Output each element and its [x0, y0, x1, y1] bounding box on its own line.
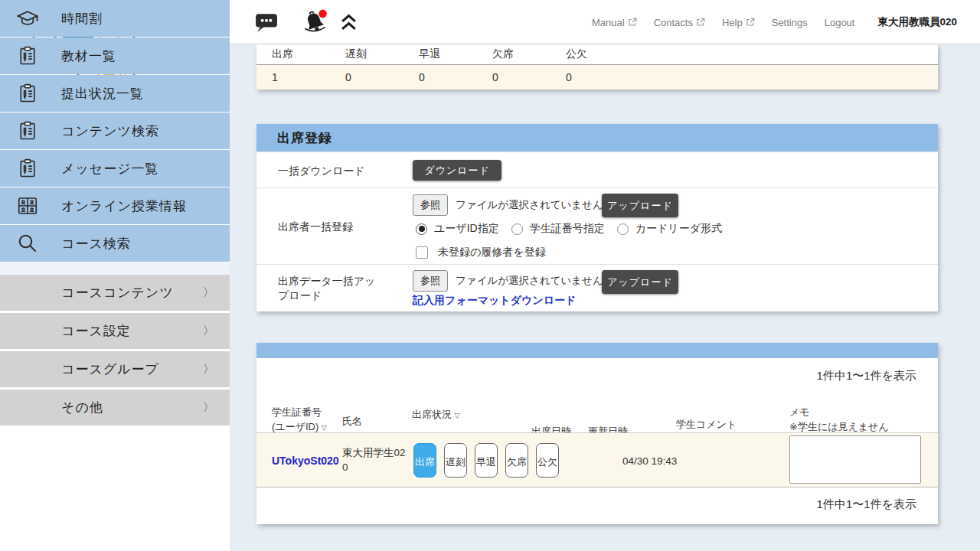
external-link-icon: [696, 18, 705, 27]
sidebar-item-messages[interactable]: メッセージ一覧: [0, 150, 230, 187]
page: UTokyo LMS 時間割 教材一覧 提出状況: [0, 0, 980, 551]
sidebar-item-label: オンライン授業情報: [61, 197, 187, 215]
checkbox-icon: [416, 246, 428, 259]
roster-footer: 1件中1〜1件を表示: [256, 487, 938, 523]
radio-student-number[interactable]: 学生証番号指定: [511, 222, 605, 236]
status-button-leave-early[interactable]: 早退: [475, 443, 498, 478]
upload-button[interactable]: アップロード: [602, 194, 678, 217]
sidebar-item-label: コンテンツ検索: [61, 122, 159, 140]
bell-icon: [302, 8, 329, 36]
browse-button[interactable]: 参照: [413, 270, 448, 292]
summary-header-excused: 公欠: [566, 47, 639, 61]
browse-button[interactable]: 参照: [413, 194, 448, 216]
update-time-value: 04/30 19:43: [622, 433, 677, 488]
logout-link[interactable]: Logout: [825, 17, 855, 28]
sidebar-item-timetable[interactable]: 時間割: [0, 0, 230, 37]
sidebar-item-label: メッセージ一覧: [61, 160, 159, 178]
column-name: 氏名: [342, 415, 362, 429]
result-count-text: 1件中1〜1件を表示: [817, 497, 916, 512]
sidebar-item-course-contents[interactable]: コースコンテンツ 〉: [0, 275, 230, 311]
sidebar-item-course-group[interactable]: コースグループ 〉: [0, 351, 230, 387]
sidebar-item-course-settings[interactable]: コース設定 〉: [0, 313, 230, 349]
column-label: 出席状況: [412, 409, 452, 420]
manual-link[interactable]: Manual: [592, 17, 637, 28]
clipboard-icon: [15, 156, 40, 181]
speech-bubble-icon: [255, 12, 278, 33]
summary-header-absent: 欠席: [492, 47, 566, 61]
help-link-label: Help: [722, 17, 743, 28]
sidebar-item-label: コース設定: [61, 322, 131, 340]
upload-button[interactable]: アップロード: [602, 270, 678, 294]
clipboard-icon: [15, 44, 40, 68]
collapse-topbar-button[interactable]: [339, 0, 358, 44]
status-button-late[interactable]: 遅刻: [444, 443, 467, 478]
radio-unselected-icon: [617, 223, 629, 235]
sidebar-item-label: 教材一覧: [61, 47, 116, 65]
radio-label: 学生証番号指定: [530, 222, 605, 236]
status-button-excused[interactable]: 公欠: [536, 443, 559, 478]
summary-value-excused: 0: [566, 71, 639, 83]
clipboard-icon: [15, 119, 40, 143]
sort-icon: ▽: [322, 424, 327, 432]
sidebar-item-label: コースコンテンツ: [61, 284, 174, 302]
summary-value-absent: 0: [492, 71, 566, 83]
clipboard-icon: [15, 81, 40, 106]
student-id-link[interactable]: UTokyoSt020: [272, 433, 339, 488]
bulk-register-row: 出席者一括登録 参照 ファイルが選択されていません。 アップロード ユーザID指…: [256, 187, 938, 264]
sidebar-item-online-class[interactable]: オンライン授業情報: [0, 187, 230, 224]
no-file-text: ファイルが選択されていません。: [456, 274, 613, 288]
id-type-radio-group: ユーザID指定 学生証番号指定 カードリーダ形式: [416, 222, 722, 236]
help-link[interactable]: Help: [722, 17, 755, 28]
summary-value-attend: 1: [272, 71, 345, 83]
messages-button[interactable]: [255, 0, 278, 44]
settings-link-label: Settings: [772, 17, 808, 28]
notifications-button[interactable]: [302, 0, 329, 44]
double-chevron-up-icon: [339, 14, 358, 31]
radio-label: ユーザID指定: [434, 222, 499, 236]
chevron-right-icon: 〉: [203, 362, 214, 377]
status-button-attend[interactable]: 出席: [413, 443, 436, 478]
radio-label: カードリーダ形式: [635, 222, 722, 236]
contacts-link[interactable]: Contacts: [654, 17, 705, 28]
sidebar-item-label: コース検索: [61, 235, 131, 253]
external-link-icon: [746, 18, 755, 27]
student-row: UTokyoSt020 東大用学生020 出席 遅刻 早退 欠席 公欠 04/3…: [256, 432, 938, 487]
roster-column-headers: 1件中1〜1件を表示 学生証番号 (ユーザID) ▽ 氏名 出席状況 ▽ 出席日…: [256, 358, 938, 432]
status-button-absent[interactable]: 欠席: [505, 443, 528, 478]
summary-header-attend: 出席: [272, 47, 345, 61]
radio-user-id[interactable]: ユーザID指定: [416, 222, 499, 236]
topbar: Manual Contacts Help Settings Logout 東大用…: [230, 0, 980, 44]
download-button[interactable]: ダウンロード: [413, 160, 501, 181]
sidebar-item-others[interactable]: その他 〉: [0, 390, 230, 425]
column-student-comment: 学生コメント: [676, 418, 737, 432]
column-student-id-sort[interactable]: 学生証番号 (ユーザID) ▽: [272, 406, 327, 435]
settings-link[interactable]: Settings: [772, 17, 808, 28]
radio-card-reader[interactable]: カードリーダ形式: [617, 222, 722, 236]
data-upload-label: 出席データ一括アップロード: [278, 274, 379, 303]
chevron-right-icon: 〉: [203, 400, 214, 415]
summary-header-leave-early: 早退: [419, 47, 492, 61]
student-name: 東大用学生020: [342, 446, 408, 475]
sidebar-item-course-search[interactable]: コース検索: [0, 225, 230, 262]
sidebar-item-label: 提出状況一覧: [61, 85, 144, 103]
register-unenrolled-checkbox[interactable]: 未登録の履修者を登録: [416, 246, 546, 259]
summary-value-row: 1 0 0 0 0: [256, 65, 938, 90]
column-status-sort[interactable]: 出席状況 ▽: [412, 408, 460, 422]
bulk-download-label: 一括ダウンロード: [278, 165, 365, 178]
radio-selected-icon: [416, 223, 427, 235]
sidebar-item-content-search[interactable]: コンテンツ検索: [0, 112, 230, 149]
search-icon: [15, 231, 40, 256]
sidebar-item-materials[interactable]: 教材一覧: [0, 37, 230, 74]
sidebar-item-submissions[interactable]: 提出状況一覧: [0, 75, 230, 112]
bulk-download-row: 一括ダウンロード ダウンロード: [256, 152, 938, 187]
notification-badge: [318, 10, 327, 18]
logout-link-label: Logout: [825, 17, 855, 28]
attendance-registration-panel: 出席登録 一括ダウンロード ダウンロード 出席者一括登録 参照 ファイルが選択さ…: [256, 124, 938, 311]
memo-textarea[interactable]: [789, 435, 921, 484]
sort-icon: ▽: [455, 412, 460, 419]
chevron-right-icon: 〉: [203, 285, 214, 300]
bulk-register-label: 出席者一括登録: [278, 220, 353, 234]
current-user-label: 東大用教職員020: [877, 15, 957, 29]
format-download-link[interactable]: 記入用フォーマットダウンロード: [413, 294, 576, 308]
sidebar-item-label: 時間割: [61, 10, 103, 28]
